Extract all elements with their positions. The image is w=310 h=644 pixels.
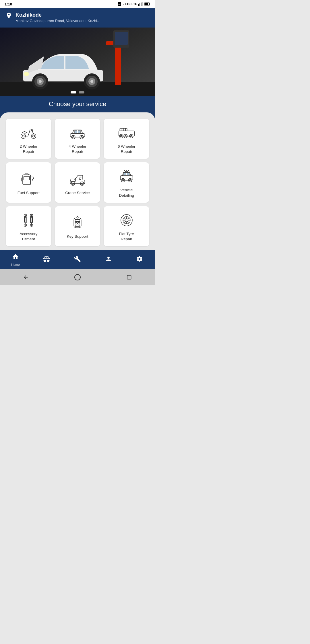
- svg-point-103: [44, 260, 46, 262]
- gear-icon: [136, 255, 143, 264]
- truck-icon: [117, 125, 136, 140]
- dot-1[interactable]: [71, 91, 76, 93]
- svg-line-71: [124, 171, 125, 172]
- choose-service-title: Choose your service: [0, 96, 155, 112]
- banner-image: [0, 28, 155, 96]
- service-card-four-wheeler[interactable]: 4 WheelerRepair: [55, 119, 100, 159]
- nav-services[interactable]: [69, 255, 86, 264]
- svg-rect-34: [74, 130, 77, 133]
- car-scene-svg: [0, 28, 155, 96]
- svg-point-27: [33, 135, 35, 137]
- service-label-tyre: Flat TyreRepair: [119, 231, 134, 242]
- home-button[interactable]: [72, 272, 83, 282]
- fuel-icon: [19, 171, 38, 187]
- key-icon: [68, 215, 87, 231]
- svg-point-70: [127, 171, 128, 172]
- service-card-two-wheeler[interactable]: 2 WheelerRepair: [6, 119, 51, 159]
- service-card-accessory-fitment[interactable]: AccessoryFitment: [6, 206, 51, 246]
- svg-rect-2: [141, 3, 142, 6]
- back-button[interactable]: [21, 272, 31, 282]
- service-label-accessory: AccessoryFitment: [20, 231, 37, 242]
- person-icon: [105, 255, 112, 264]
- service-card-vehicle-detailing[interactable]: VehicleDetailing: [104, 162, 149, 202]
- svg-line-100: [128, 218, 129, 219]
- svg-line-73: [129, 171, 129, 172]
- car-wash-icon: [117, 169, 136, 184]
- svg-rect-60: [123, 173, 126, 175]
- service-label-key: Key Support: [67, 234, 88, 239]
- svg-rect-106: [47, 257, 48, 258]
- service-card-six-wheeler[interactable]: 6 WheelerRepair: [104, 119, 149, 159]
- service-label-crane: Crane Service: [65, 190, 90, 196]
- wrench-icon: [74, 255, 81, 264]
- location-pin-icon: [6, 13, 12, 22]
- service-card-flat-tyre[interactable]: Flat TyreRepair: [104, 206, 149, 246]
- svg-rect-5: [145, 3, 148, 5]
- service-label-two-wheeler: 2 WheelerRepair: [20, 144, 38, 154]
- dot-2[interactable]: [79, 91, 84, 93]
- svg-rect-8: [0, 82, 155, 96]
- status-icons: • LTE LTE: [117, 2, 151, 6]
- nav-vehicle[interactable]: [38, 255, 55, 264]
- svg-point-91: [121, 214, 132, 226]
- city-name: Kozhikode: [16, 12, 99, 18]
- svg-point-104: [47, 260, 49, 262]
- svg-rect-105: [45, 257, 46, 258]
- android-nav-bar: [0, 269, 155, 285]
- recents-button[interactable]: [124, 272, 134, 282]
- service-card-key-support[interactable]: Key Support: [55, 206, 100, 246]
- lte-label: LTE LTE: [125, 2, 137, 6]
- car-icon: [43, 255, 50, 264]
- svg-point-26: [22, 135, 24, 137]
- svg-rect-12: [115, 32, 128, 45]
- svg-point-25: [31, 134, 36, 138]
- svg-rect-61: [127, 173, 129, 175]
- svg-rect-85: [75, 219, 80, 221]
- nav-home[interactable]: Home: [7, 253, 24, 266]
- signal-icon: [138, 2, 143, 6]
- nav-settings[interactable]: [131, 255, 148, 264]
- service-card-fuel-support[interactable]: Fuel Support: [6, 162, 51, 202]
- svg-point-23: [24, 72, 29, 76]
- svg-rect-3: [142, 2, 143, 6]
- banner: [0, 28, 155, 96]
- svg-line-99: [128, 221, 129, 223]
- service-card-crane-service[interactable]: Crane Service: [55, 162, 100, 202]
- choose-service-inner: 2 WheelerRepair: [0, 112, 155, 250]
- photo-icon: [117, 2, 122, 6]
- status-bar: 1:10 • LTE LTE: [0, 0, 155, 8]
- svg-rect-35: [78, 130, 81, 133]
- dot-indicator: •: [123, 3, 124, 6]
- svg-rect-108: [127, 276, 131, 280]
- nav-profile[interactable]: [100, 255, 117, 264]
- svg-line-101: [124, 221, 125, 223]
- svg-rect-37: [120, 128, 127, 131]
- svg-line-98: [124, 218, 125, 219]
- svg-point-69: [125, 171, 126, 172]
- svg-rect-87: [78, 223, 80, 224]
- service-grid: 2 WheelerRepair: [5, 119, 150, 246]
- home-icon: [12, 253, 19, 262]
- svg-rect-1: [140, 3, 140, 6]
- sedan-icon: [68, 125, 87, 140]
- choose-service-wrapper: Choose your service: [0, 96, 155, 250]
- tyre-icon: [117, 212, 136, 228]
- suspension-icon: [19, 212, 38, 228]
- banner-dots: [71, 91, 84, 93]
- battery-icon: [144, 2, 150, 6]
- svg-rect-48: [24, 176, 30, 180]
- location-text[interactable]: Kozhikode Mankav Govindapuram Road, Vala…: [16, 12, 99, 23]
- svg-point-93: [125, 218, 128, 222]
- service-label-four-wheeler: 4 WheelerRepair: [69, 144, 86, 154]
- svg-rect-0: [138, 4, 139, 6]
- svg-point-18: [39, 80, 42, 83]
- svg-point-107: [75, 274, 80, 280]
- svg-rect-9: [115, 42, 121, 85]
- svg-rect-86: [75, 223, 77, 224]
- service-label-fuel: Fuel Support: [18, 190, 40, 196]
- svg-rect-50: [25, 174, 29, 175]
- header: Kozhikode Mankav Govindapuram Road, Vala…: [0, 8, 155, 28]
- service-label-six-wheeler: 6 WheelerRepair: [118, 144, 135, 154]
- motorcycle-icon: [19, 125, 38, 140]
- address-text: Mankav Govindapuram Road, Valayanadu, Ko…: [16, 19, 99, 23]
